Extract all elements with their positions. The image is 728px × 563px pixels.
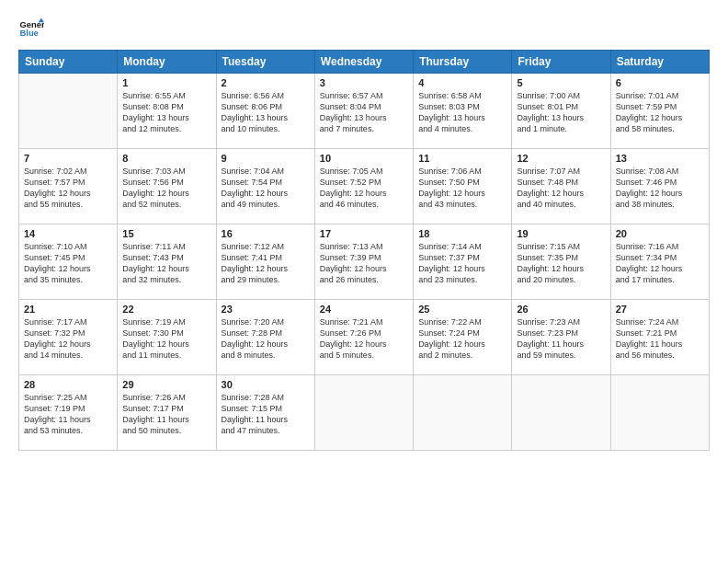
calendar-cell: 21Sunrise: 7:17 AM Sunset: 7:32 PM Dayli… bbox=[19, 300, 118, 375]
calendar-cell: 7Sunrise: 7:02 AM Sunset: 7:57 PM Daylig… bbox=[19, 149, 118, 224]
header: General Blue bbox=[18, 17, 710, 42]
day-number: 12 bbox=[517, 153, 605, 164]
weekday-header: Friday bbox=[512, 51, 610, 74]
day-info: Sunrise: 7:00 AM Sunset: 8:01 PM Dayligh… bbox=[517, 90, 605, 135]
day-number: 26 bbox=[517, 304, 605, 315]
calendar-cell: 1Sunrise: 6:55 AM Sunset: 8:08 PM Daylig… bbox=[118, 74, 216, 149]
calendar-cell: 28Sunrise: 7:25 AM Sunset: 7:19 PM Dayli… bbox=[19, 375, 118, 451]
day-number: 19 bbox=[517, 228, 605, 239]
day-info: Sunrise: 7:05 AM Sunset: 7:52 PM Dayligh… bbox=[320, 166, 408, 211]
calendar-cell bbox=[314, 375, 413, 451]
calendar-week-row: 28Sunrise: 7:25 AM Sunset: 7:19 PM Dayli… bbox=[19, 375, 710, 451]
calendar-cell: 5Sunrise: 7:00 AM Sunset: 8:01 PM Daylig… bbox=[512, 74, 610, 149]
calendar-cell: 30Sunrise: 7:28 AM Sunset: 7:15 PM Dayli… bbox=[216, 375, 314, 451]
calendar-cell: 4Sunrise: 6:58 AM Sunset: 8:03 PM Daylig… bbox=[414, 74, 512, 149]
calendar-cell bbox=[414, 375, 512, 451]
calendar-cell: 9Sunrise: 7:04 AM Sunset: 7:54 PM Daylig… bbox=[216, 149, 314, 224]
weekday-header: Thursday bbox=[414, 51, 512, 74]
day-number: 15 bbox=[122, 228, 210, 239]
calendar-cell: 2Sunrise: 6:56 AM Sunset: 8:06 PM Daylig… bbox=[216, 74, 314, 149]
calendar-cell bbox=[512, 375, 610, 451]
day-number: 25 bbox=[418, 304, 506, 315]
day-number: 21 bbox=[24, 304, 112, 315]
day-info: Sunrise: 7:11 AM Sunset: 7:43 PM Dayligh… bbox=[122, 241, 210, 286]
day-number: 6 bbox=[616, 77, 704, 88]
day-info: Sunrise: 7:01 AM Sunset: 7:59 PM Dayligh… bbox=[616, 90, 704, 135]
calendar-header-row: SundayMondayTuesdayWednesdayThursdayFrid… bbox=[19, 51, 710, 74]
day-info: Sunrise: 7:25 AM Sunset: 7:19 PM Dayligh… bbox=[24, 392, 112, 437]
calendar-cell: 10Sunrise: 7:05 AM Sunset: 7:52 PM Dayli… bbox=[314, 149, 413, 224]
page: General Blue SundayMondayTuesdayWednesda… bbox=[0, 0, 728, 563]
day-info: Sunrise: 7:26 AM Sunset: 7:17 PM Dayligh… bbox=[122, 392, 210, 437]
calendar-cell: 27Sunrise: 7:24 AM Sunset: 7:21 PM Dayli… bbox=[610, 300, 709, 375]
day-info: Sunrise: 7:02 AM Sunset: 7:57 PM Dayligh… bbox=[24, 166, 112, 211]
calendar-week-row: 1Sunrise: 6:55 AM Sunset: 8:08 PM Daylig… bbox=[19, 74, 710, 149]
day-number: 3 bbox=[320, 77, 408, 88]
calendar-cell: 17Sunrise: 7:13 AM Sunset: 7:39 PM Dayli… bbox=[314, 224, 413, 300]
day-info: Sunrise: 7:12 AM Sunset: 7:41 PM Dayligh… bbox=[222, 241, 310, 286]
day-number: 24 bbox=[320, 304, 408, 315]
day-info: Sunrise: 7:23 AM Sunset: 7:23 PM Dayligh… bbox=[517, 316, 605, 362]
calendar-cell: 13Sunrise: 7:08 AM Sunset: 7:46 PM Dayli… bbox=[610, 149, 709, 224]
weekday-header: Wednesday bbox=[314, 51, 413, 74]
calendar-cell: 8Sunrise: 7:03 AM Sunset: 7:56 PM Daylig… bbox=[118, 149, 216, 224]
day-number: 13 bbox=[616, 153, 704, 164]
calendar-cell: 14Sunrise: 7:10 AM Sunset: 7:45 PM Dayli… bbox=[19, 224, 118, 300]
day-info: Sunrise: 7:24 AM Sunset: 7:21 PM Dayligh… bbox=[616, 316, 704, 362]
day-info: Sunrise: 7:06 AM Sunset: 7:50 PM Dayligh… bbox=[418, 166, 506, 211]
day-number: 8 bbox=[122, 153, 210, 164]
day-info: Sunrise: 7:14 AM Sunset: 7:37 PM Dayligh… bbox=[418, 241, 506, 286]
logo: General Blue bbox=[18, 17, 48, 42]
calendar-week-row: 21Sunrise: 7:17 AM Sunset: 7:32 PM Dayli… bbox=[19, 300, 710, 375]
calendar-cell: 20Sunrise: 7:16 AM Sunset: 7:34 PM Dayli… bbox=[610, 224, 709, 300]
day-info: Sunrise: 7:13 AM Sunset: 7:39 PM Dayligh… bbox=[320, 241, 408, 286]
calendar-cell: 12Sunrise: 7:07 AM Sunset: 7:48 PM Dayli… bbox=[512, 149, 610, 224]
weekday-header: Monday bbox=[118, 51, 216, 74]
calendar-cell: 11Sunrise: 7:06 AM Sunset: 7:50 PM Dayli… bbox=[414, 149, 512, 224]
weekday-header: Sunday bbox=[19, 51, 118, 74]
calendar-cell bbox=[610, 375, 709, 451]
day-number: 4 bbox=[418, 77, 506, 88]
day-info: Sunrise: 7:10 AM Sunset: 7:45 PM Dayligh… bbox=[24, 241, 112, 286]
day-info: Sunrise: 6:55 AM Sunset: 8:08 PM Dayligh… bbox=[122, 90, 210, 135]
calendar-cell: 3Sunrise: 6:57 AM Sunset: 8:04 PM Daylig… bbox=[314, 74, 413, 149]
day-number: 29 bbox=[122, 379, 210, 390]
calendar-cell: 26Sunrise: 7:23 AM Sunset: 7:23 PM Dayli… bbox=[512, 300, 610, 375]
day-info: Sunrise: 7:21 AM Sunset: 7:26 PM Dayligh… bbox=[320, 316, 408, 362]
day-info: Sunrise: 7:22 AM Sunset: 7:24 PM Dayligh… bbox=[418, 316, 506, 362]
day-number: 17 bbox=[320, 228, 408, 239]
day-info: Sunrise: 7:15 AM Sunset: 7:35 PM Dayligh… bbox=[517, 241, 605, 286]
weekday-header: Tuesday bbox=[216, 51, 314, 74]
day-number: 20 bbox=[616, 228, 704, 239]
day-number: 7 bbox=[24, 153, 112, 164]
day-info: Sunrise: 7:17 AM Sunset: 7:32 PM Dayligh… bbox=[24, 316, 112, 362]
day-info: Sunrise: 7:04 AM Sunset: 7:54 PM Dayligh… bbox=[222, 166, 310, 211]
day-number: 30 bbox=[222, 379, 310, 390]
calendar-week-row: 14Sunrise: 7:10 AM Sunset: 7:45 PM Dayli… bbox=[19, 224, 710, 300]
calendar-cell: 6Sunrise: 7:01 AM Sunset: 7:59 PM Daylig… bbox=[610, 74, 709, 149]
weekday-header: Saturday bbox=[610, 51, 709, 74]
day-number: 10 bbox=[320, 153, 408, 164]
calendar-cell bbox=[19, 74, 118, 149]
day-info: Sunrise: 7:20 AM Sunset: 7:28 PM Dayligh… bbox=[222, 316, 310, 362]
calendar-table: SundayMondayTuesdayWednesdayThursdayFrid… bbox=[18, 50, 710, 451]
svg-text:Blue: Blue bbox=[20, 29, 39, 38]
day-info: Sunrise: 6:56 AM Sunset: 8:06 PM Dayligh… bbox=[222, 90, 310, 135]
day-info: Sunrise: 6:58 AM Sunset: 8:03 PM Dayligh… bbox=[418, 90, 506, 135]
day-number: 1 bbox=[122, 77, 210, 88]
day-number: 28 bbox=[24, 379, 112, 390]
logo-icon: General Blue bbox=[18, 17, 44, 42]
day-info: Sunrise: 7:03 AM Sunset: 7:56 PM Dayligh… bbox=[122, 166, 210, 211]
calendar-cell: 19Sunrise: 7:15 AM Sunset: 7:35 PM Dayli… bbox=[512, 224, 610, 300]
day-info: Sunrise: 7:28 AM Sunset: 7:15 PM Dayligh… bbox=[222, 392, 310, 437]
day-number: 11 bbox=[418, 153, 506, 164]
calendar-week-row: 7Sunrise: 7:02 AM Sunset: 7:57 PM Daylig… bbox=[19, 149, 710, 224]
day-info: Sunrise: 7:07 AM Sunset: 7:48 PM Dayligh… bbox=[517, 166, 605, 211]
calendar-cell: 16Sunrise: 7:12 AM Sunset: 7:41 PM Dayli… bbox=[216, 224, 314, 300]
calendar-cell: 29Sunrise: 7:26 AM Sunset: 7:17 PM Dayli… bbox=[118, 375, 216, 451]
day-number: 5 bbox=[517, 77, 605, 88]
day-info: Sunrise: 7:16 AM Sunset: 7:34 PM Dayligh… bbox=[616, 241, 704, 286]
day-info: Sunrise: 7:19 AM Sunset: 7:30 PM Dayligh… bbox=[122, 316, 210, 362]
calendar-cell: 24Sunrise: 7:21 AM Sunset: 7:26 PM Dayli… bbox=[314, 300, 413, 375]
day-number: 18 bbox=[418, 228, 506, 239]
